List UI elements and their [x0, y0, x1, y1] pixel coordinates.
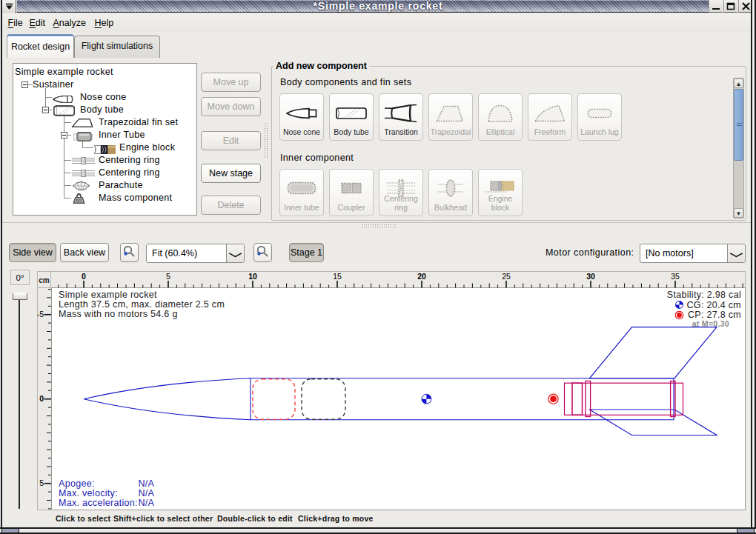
svg-text:35: 35 — [671, 272, 680, 281]
svg-text:20: 20 — [417, 272, 426, 281]
svg-text:25: 25 — [502, 272, 511, 281]
svg-text:-5: -5 — [37, 310, 44, 318]
svg-text:5: 5 — [39, 478, 44, 487]
svg-text:5: 5 — [166, 272, 170, 281]
svg-text:15: 15 — [333, 272, 342, 281]
svg-text:0: 0 — [82, 272, 86, 281]
svg-text:30: 30 — [586, 272, 595, 281]
svg-text:10: 10 — [248, 272, 257, 281]
svg-text:0: 0 — [39, 394, 44, 403]
